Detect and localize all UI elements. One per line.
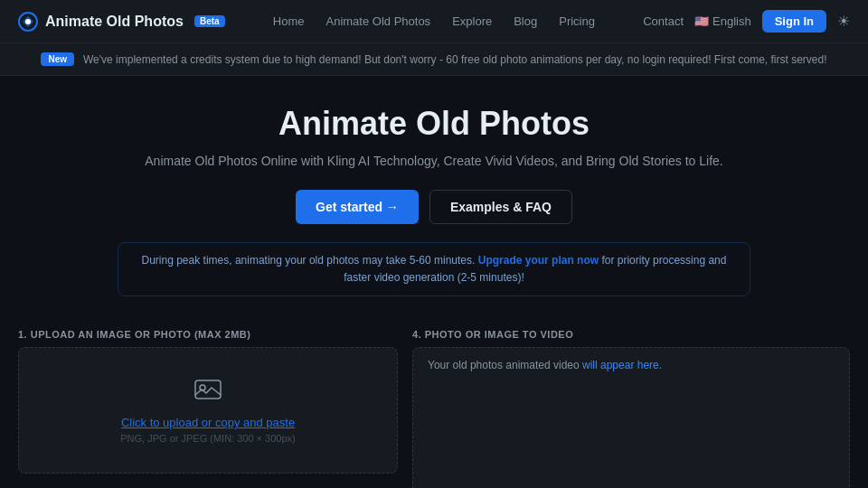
upload-link[interactable]: upload <box>163 416 198 429</box>
left-panel: 1. UPLOAD AN IMAGE OR PHOTO (MAX 2MB) Cl… <box>18 329 398 488</box>
peak-text-before: During peak times, animating your old ph… <box>142 254 476 267</box>
upload-section-label: 1. UPLOAD AN IMAGE OR PHOTO (MAX 2MB) <box>18 329 398 340</box>
examples-faq-button[interactable]: Examples & FAQ <box>429 190 572 224</box>
logo-icon <box>18 12 38 32</box>
hero-buttons: Get started → Examples & FAQ <box>18 190 850 224</box>
peak-warning: During peak times, animating your old ph… <box>118 242 750 296</box>
file-hint: PNG, JPG or JPEG (MIN: 300 × 300px) <box>120 433 295 444</box>
svg-rect-3 <box>195 380 221 399</box>
hero-subtitle: Animate Old Photos Online with Kling AI … <box>18 154 850 168</box>
video-placeholder: Your old photos animated video will appe… <box>428 359 662 371</box>
get-started-button[interactable]: Get started → <box>296 190 419 224</box>
banner-text: We've implemented a credits system due t… <box>83 53 827 66</box>
announcement-banner: New We've implemented a credits system d… <box>0 43 868 76</box>
nav-explore[interactable]: Explore <box>452 14 492 28</box>
nav-actions: Contact 🇺🇸 English Sign In ☀ <box>643 10 850 33</box>
nav-links: Home Animate Old Photos Explore Blog Pri… <box>273 14 595 28</box>
upload-click-label: Click to <box>121 416 163 429</box>
language-button[interactable]: 🇺🇸 English <box>694 14 751 28</box>
upload-click-text: Click to upload or copy and paste <box>121 416 295 429</box>
upload-area[interactable]: Click to upload or copy and paste PNG, J… <box>18 347 398 474</box>
upload-icon <box>193 377 222 408</box>
sign-in-button[interactable]: Sign In <box>762 10 826 33</box>
nav-blog[interactable]: Blog <box>514 14 537 28</box>
main-content: 1. UPLOAD AN IMAGE OR PHOTO (MAX 2MB) Cl… <box>0 329 868 488</box>
nav-pricing[interactable]: Pricing <box>559 14 595 28</box>
beta-badge: Beta <box>194 15 225 27</box>
output-section-label: 4. PHOTO OR IMAGE TO VIDEO <box>412 329 850 340</box>
nav-contact[interactable]: Contact <box>643 14 684 28</box>
language-label: English <box>712 14 751 28</box>
hero-title: Animate Old Photos <box>18 105 850 143</box>
upgrade-plan-link[interactable]: Upgrade your plan now <box>478 254 599 267</box>
placeholder-highlight: will appear here. <box>580 359 662 371</box>
navbar: Animate Old Photos Beta Home Animate Old… <box>0 0 868 43</box>
flag-icon: 🇺🇸 <box>694 14 709 28</box>
new-badge: New <box>41 52 74 66</box>
theme-toggle-button[interactable]: ☀ <box>837 13 850 30</box>
right-panel: 4. PHOTO OR IMAGE TO VIDEO Your old phot… <box>412 329 850 488</box>
brand-name: Animate Old Photos <box>45 14 184 30</box>
nav-animate[interactable]: Animate Old Photos <box>326 14 431 28</box>
placeholder-before: Your old photos animated video <box>428 359 580 371</box>
upload-or-text: or copy and paste <box>198 416 295 429</box>
brand: Animate Old Photos Beta <box>18 12 225 32</box>
video-output-area: Your old photos animated video will appe… <box>412 347 850 488</box>
nav-home[interactable]: Home <box>273 14 305 28</box>
svg-point-2 <box>25 19 31 24</box>
hero-section: Animate Old Photos Animate Old Photos On… <box>0 76 868 329</box>
